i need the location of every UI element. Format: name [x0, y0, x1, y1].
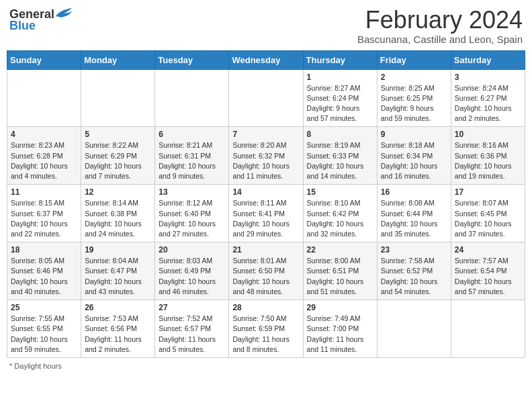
logo-bird-icon — [54, 7, 73, 21]
calendar-week-3: 11Sunrise: 8:15 AM Sunset: 6:37 PM Dayli… — [7, 185, 525, 242]
calendar-cell — [7, 69, 81, 127]
day-info: Sunrise: 7:53 AM Sunset: 6:56 PM Dayligh… — [85, 314, 151, 355]
day-info: Sunrise: 7:58 AM Sunset: 6:52 PM Dayligh… — [381, 256, 447, 297]
calendar-header-tuesday: Tuesday — [155, 50, 229, 69]
calendar-header-thursday: Thursday — [303, 50, 377, 69]
day-info: Sunrise: 8:12 AM Sunset: 6:40 PM Dayligh… — [159, 198, 225, 239]
calendar-cell — [229, 69, 303, 127]
footer-note: * Daylight hours — [7, 362, 525, 370]
calendar-cell: 27Sunrise: 7:52 AM Sunset: 6:57 PM Dayli… — [155, 300, 229, 358]
calendar-cell: 23Sunrise: 7:58 AM Sunset: 6:52 PM Dayli… — [377, 242, 451, 300]
day-number: 24 — [455, 245, 521, 255]
calendar-cell: 17Sunrise: 8:07 AM Sunset: 6:45 PM Dayli… — [451, 185, 525, 242]
calendar-week-5: 25Sunrise: 7:55 AM Sunset: 6:55 PM Dayli… — [7, 300, 525, 358]
day-number: 8 — [307, 130, 373, 139]
day-number: 16 — [381, 187, 447, 197]
calendar-week-2: 4Sunrise: 8:23 AM Sunset: 6:28 PM Daylig… — [7, 127, 525, 185]
calendar-table: SundayMondayTuesdayWednesdayThursdayFrid… — [7, 50, 525, 358]
calendar-body: 1Sunrise: 8:27 AM Sunset: 6:24 PM Daylig… — [7, 69, 525, 357]
title-block: February 2024 Bascunana, Castille and Le… — [357, 7, 523, 45]
calendar-cell: 2Sunrise: 8:25 AM Sunset: 6:25 PM Daylig… — [377, 69, 451, 127]
day-info: Sunrise: 8:00 AM Sunset: 6:51 PM Dayligh… — [307, 256, 373, 297]
day-number: 5 — [85, 130, 151, 139]
day-info: Sunrise: 8:27 AM Sunset: 6:24 PM Dayligh… — [307, 83, 373, 124]
calendar-cell: 1Sunrise: 8:27 AM Sunset: 6:24 PM Daylig… — [303, 69, 377, 127]
location-subtitle: Bascunana, Castille and Leon, Spain — [357, 34, 523, 45]
day-number: 23 — [381, 245, 447, 255]
calendar-cell: 25Sunrise: 7:55 AM Sunset: 6:55 PM Dayli… — [7, 300, 81, 358]
calendar-header-wednesday: Wednesday — [229, 50, 303, 69]
calendar-cell: 7Sunrise: 8:20 AM Sunset: 6:32 PM Daylig… — [229, 127, 303, 185]
day-number: 9 — [381, 130, 447, 139]
calendar-cell: 11Sunrise: 8:15 AM Sunset: 6:37 PM Dayli… — [7, 185, 81, 242]
calendar-week-4: 18Sunrise: 8:05 AM Sunset: 6:46 PM Dayli… — [7, 242, 525, 300]
day-number: 6 — [159, 130, 225, 139]
day-info: Sunrise: 7:49 AM Sunset: 7:00 PM Dayligh… — [307, 314, 373, 355]
day-info: Sunrise: 7:52 AM Sunset: 6:57 PM Dayligh… — [159, 314, 225, 355]
day-info: Sunrise: 7:55 AM Sunset: 6:55 PM Dayligh… — [11, 314, 77, 355]
day-number: 18 — [11, 245, 77, 255]
calendar-cell: 10Sunrise: 8:16 AM Sunset: 6:36 PM Dayli… — [451, 127, 525, 185]
day-number: 12 — [85, 187, 151, 197]
day-info: Sunrise: 8:22 AM Sunset: 6:29 PM Dayligh… — [85, 140, 151, 181]
calendar-cell — [451, 300, 525, 358]
day-number: 17 — [455, 187, 521, 197]
calendar-cell: 12Sunrise: 8:14 AM Sunset: 6:38 PM Dayli… — [81, 185, 155, 242]
logo-blue: Blue — [9, 19, 36, 33]
calendar-cell: 26Sunrise: 7:53 AM Sunset: 6:56 PM Dayli… — [81, 300, 155, 358]
day-info: Sunrise: 8:20 AM Sunset: 6:32 PM Dayligh… — [232, 140, 299, 181]
day-info: Sunrise: 7:57 AM Sunset: 6:54 PM Dayligh… — [455, 256, 521, 297]
day-info: Sunrise: 8:15 AM Sunset: 6:37 PM Dayligh… — [11, 198, 77, 239]
calendar-cell: 6Sunrise: 8:21 AM Sunset: 6:31 PM Daylig… — [155, 127, 229, 185]
day-number: 28 — [232, 303, 299, 312]
calendar-cell: 3Sunrise: 8:24 AM Sunset: 6:27 PM Daylig… — [451, 69, 525, 127]
month-title: February 2024 — [357, 7, 523, 34]
daylight-label: Daylight hours — [14, 362, 61, 370]
day-number: 14 — [232, 187, 299, 197]
day-info: Sunrise: 8:19 AM Sunset: 6:33 PM Dayligh… — [307, 140, 373, 181]
logo: General Blue — [9, 7, 73, 33]
calendar-cell: 16Sunrise: 8:08 AM Sunset: 6:44 PM Dayli… — [377, 185, 451, 242]
calendar-cell: 28Sunrise: 7:50 AM Sunset: 6:59 PM Dayli… — [229, 300, 303, 358]
calendar-cell — [155, 69, 229, 127]
calendar-cell: 19Sunrise: 8:04 AM Sunset: 6:47 PM Dayli… — [81, 242, 155, 300]
day-info: Sunrise: 8:14 AM Sunset: 6:38 PM Dayligh… — [85, 198, 151, 239]
page-header: General Blue February 2024 Bascunana, Ca… — [7, 7, 525, 45]
day-number: 11 — [11, 187, 77, 197]
calendar-cell — [377, 300, 451, 358]
calendar-cell — [81, 69, 155, 127]
day-info: Sunrise: 8:18 AM Sunset: 6:34 PM Dayligh… — [381, 140, 447, 181]
calendar-cell: 21Sunrise: 8:01 AM Sunset: 6:50 PM Dayli… — [229, 242, 303, 300]
day-number: 29 — [307, 303, 373, 312]
day-info: Sunrise: 8:16 AM Sunset: 6:36 PM Dayligh… — [455, 140, 521, 181]
day-number: 15 — [307, 187, 373, 197]
day-number: 21 — [232, 245, 299, 255]
day-number: 10 — [455, 130, 521, 139]
day-info: Sunrise: 8:24 AM Sunset: 6:27 PM Dayligh… — [455, 83, 521, 124]
day-number: 26 — [85, 303, 151, 312]
calendar-cell: 5Sunrise: 8:22 AM Sunset: 6:29 PM Daylig… — [81, 127, 155, 185]
day-number: 27 — [159, 303, 225, 312]
day-number: 22 — [307, 245, 373, 255]
day-number: 7 — [232, 130, 299, 139]
day-info: Sunrise: 8:03 AM Sunset: 6:49 PM Dayligh… — [159, 256, 225, 297]
day-info: Sunrise: 8:25 AM Sunset: 6:25 PM Dayligh… — [381, 83, 447, 124]
day-info: Sunrise: 8:04 AM Sunset: 6:47 PM Dayligh… — [85, 256, 151, 297]
day-number: 1 — [307, 73, 373, 82]
calendar-cell: 14Sunrise: 8:11 AM Sunset: 6:41 PM Dayli… — [229, 185, 303, 242]
calendar-header-row: SundayMondayTuesdayWednesdayThursdayFrid… — [7, 50, 525, 69]
day-info: Sunrise: 8:10 AM Sunset: 6:42 PM Dayligh… — [307, 198, 373, 239]
calendar-header-monday: Monday — [81, 50, 155, 69]
calendar-week-1: 1Sunrise: 8:27 AM Sunset: 6:24 PM Daylig… — [7, 69, 525, 127]
calendar-cell: 9Sunrise: 8:18 AM Sunset: 6:34 PM Daylig… — [377, 127, 451, 185]
calendar-header-saturday: Saturday — [451, 50, 525, 69]
calendar-cell: 24Sunrise: 7:57 AM Sunset: 6:54 PM Dayli… — [451, 242, 525, 300]
day-info: Sunrise: 8:11 AM Sunset: 6:41 PM Dayligh… — [232, 198, 299, 239]
day-number: 19 — [85, 245, 151, 255]
day-number: 13 — [159, 187, 225, 197]
calendar-cell: 18Sunrise: 8:05 AM Sunset: 6:46 PM Dayli… — [7, 242, 81, 300]
day-info: Sunrise: 8:08 AM Sunset: 6:44 PM Dayligh… — [381, 198, 447, 239]
calendar-cell: 4Sunrise: 8:23 AM Sunset: 6:28 PM Daylig… — [7, 127, 81, 185]
calendar-cell: 15Sunrise: 8:10 AM Sunset: 6:42 PM Dayli… — [303, 185, 377, 242]
calendar-header-friday: Friday — [377, 50, 451, 69]
